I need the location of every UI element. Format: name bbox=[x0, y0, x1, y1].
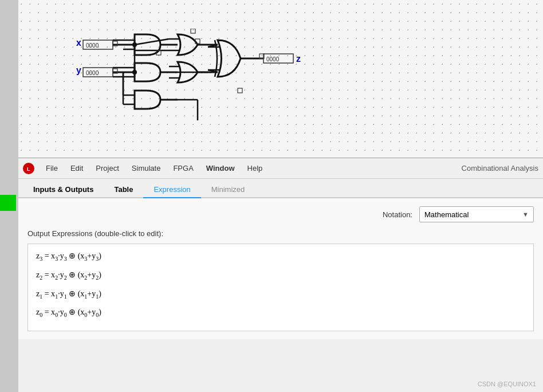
tab-expression[interactable]: Expression bbox=[143, 182, 200, 198]
notation-row: Notation: Mathematical ▼ bbox=[27, 206, 534, 222]
svg-text:y: y bbox=[76, 65, 81, 75]
sidebar bbox=[0, 0, 18, 392]
svg-text:0000: 0000 bbox=[86, 42, 99, 49]
svg-text:0000: 0000 bbox=[86, 70, 99, 76]
expression-z3[interactable]: z3 = x3·y3 ⊕ (x3+y3) bbox=[36, 250, 525, 263]
combinatorial-analysis-label: Combinational Analysis bbox=[462, 164, 538, 173]
svg-rect-51 bbox=[238, 88, 242, 93]
svg-text:L: L bbox=[27, 166, 30, 172]
content-area: Notation: Mathematical ▼ Output Expressi… bbox=[18, 198, 543, 339]
notation-value: Mathematical bbox=[424, 210, 469, 219]
green-indicator bbox=[0, 195, 16, 211]
watermark: CSDN @EQUINOX1 bbox=[478, 381, 536, 387]
expression-z2[interactable]: z2 = x2·y2 ⊕ (x2+y2) bbox=[36, 269, 525, 282]
expression-z1[interactable]: z1 = x1·y1 ⊕ (x1+y1) bbox=[36, 288, 525, 301]
tab-bar: Inputs & Outputs Table Expression Minimi… bbox=[18, 179, 543, 198]
logisim-icon: L bbox=[23, 163, 34, 174]
circuit-diagram: x 0000 y 0000 bbox=[66, 29, 410, 160]
expressions-box[interactable]: z3 = x3·y3 ⊕ (x3+y3) z2 = x2·y2 ⊕ (x2+y2… bbox=[27, 244, 534, 331]
tab-inputs-outputs[interactable]: Inputs & Outputs bbox=[23, 182, 104, 198]
tab-table[interactable]: Table bbox=[104, 182, 143, 198]
bottom-panel: L File Edit Project Simulate FPGA Window… bbox=[18, 158, 543, 392]
tab-minimized[interactable]: Minimized bbox=[201, 182, 255, 198]
menu-window[interactable]: Window bbox=[200, 162, 241, 175]
menu-simulate[interactable]: Simulate bbox=[126, 162, 167, 175]
dropdown-arrow-icon: ▼ bbox=[522, 211, 529, 218]
svg-text:z: z bbox=[296, 54, 301, 64]
svg-text:x: x bbox=[76, 38, 81, 48]
menu-help[interactable]: Help bbox=[242, 162, 269, 175]
svg-text:0000: 0000 bbox=[266, 56, 280, 62]
expression-z0[interactable]: z0 = x0·y0 ⊕ (x0+y0) bbox=[36, 306, 525, 319]
menu-file[interactable]: File bbox=[40, 162, 64, 175]
svg-rect-49 bbox=[191, 29, 195, 33]
menu-fpga[interactable]: FPGA bbox=[167, 162, 199, 175]
menubar: L File Edit Project Simulate FPGA Window… bbox=[18, 158, 543, 179]
menu-edit[interactable]: Edit bbox=[65, 162, 89, 175]
menu-project[interactable]: Project bbox=[90, 162, 124, 175]
output-expressions-title: Output Expressions (double-click to edit… bbox=[27, 229, 534, 238]
notation-dropdown[interactable]: Mathematical ▼ bbox=[419, 206, 534, 222]
circuit-canvas: x 0000 y 0000 bbox=[0, 0, 543, 158]
notation-label: Notation: bbox=[383, 210, 412, 219]
